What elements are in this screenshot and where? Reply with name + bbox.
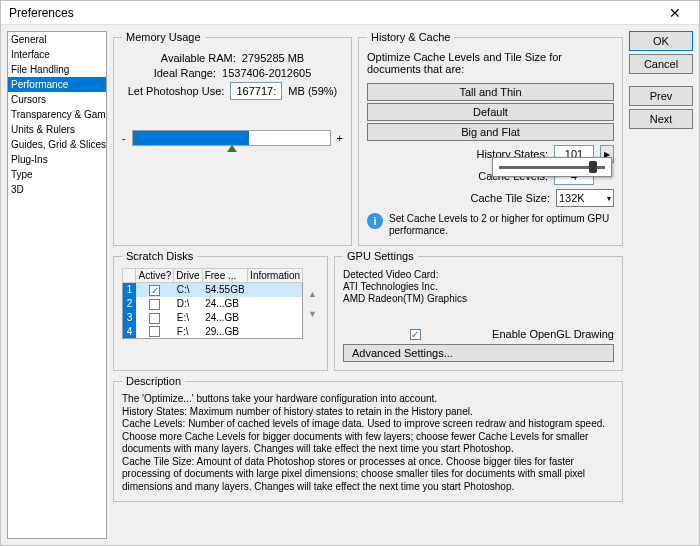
slider-thumb-icon[interactable] (227, 145, 237, 152)
available-ram-label: Available RAM: (161, 52, 236, 64)
sidebar: General Interface File Handling Performa… (7, 31, 107, 539)
history-intro: Optimize Cache Levels and Tile Size for … (367, 51, 614, 75)
available-ram-value: 2795285 MB (242, 52, 304, 64)
scratch-legend: Scratch Disks (122, 250, 197, 262)
enable-opengl-checkbox[interactable] (410, 329, 421, 340)
gpu-info-text: Set Cache Levels to 2 or higher for opti… (389, 213, 614, 237)
cancel-button[interactable]: Cancel (629, 54, 693, 74)
prev-button[interactable]: Prev (629, 86, 693, 106)
sidebar-item-performance[interactable]: Performance (8, 77, 106, 92)
slider-plus[interactable]: + (337, 132, 343, 144)
gpu-vendor: ATI Technologies Inc. (343, 281, 614, 292)
sidebar-item-units[interactable]: Units & Rulers (8, 122, 106, 137)
memory-usage-group: Memory Usage Available RAM: 2795285 MB I… (113, 31, 352, 246)
sidebar-item-guides[interactable]: Guides, Grid & Slices (8, 137, 106, 152)
cache-tile-value: 132K (559, 192, 585, 204)
sidebar-item-cursors[interactable]: Cursors (8, 92, 106, 107)
close-button[interactable]: ✕ (655, 2, 695, 24)
sidebar-item-type[interactable]: Type (8, 167, 106, 182)
history-legend: History & Cache (367, 31, 454, 43)
sidebar-item-plugins[interactable]: Plug-Ins (8, 152, 106, 167)
gpu-legend: GPU Settings (343, 250, 418, 262)
active-checkbox[interactable] (149, 326, 160, 337)
let-use-input[interactable] (230, 82, 282, 100)
table-row[interactable]: 1 C:\ 54.55GB (123, 283, 303, 297)
ok-button[interactable]: OK (629, 31, 693, 51)
col-active[interactable]: Active? (136, 269, 174, 283)
let-use-label: Let Photoshop Use: (128, 85, 225, 97)
memory-legend: Memory Usage (122, 31, 205, 43)
slider-minus[interactable]: - (122, 132, 126, 144)
default-button[interactable]: Default (367, 103, 614, 121)
table-row[interactable]: 3 E:\ 24...GB (123, 311, 303, 325)
gpu-settings-group: GPU Settings Detected Video Card: ATI Te… (334, 250, 623, 371)
popup-slider-thumb[interactable] (589, 161, 597, 173)
cache-tile-label: Cache Tile Size: (471, 192, 550, 204)
enable-opengl-label: Enable OpenGL Drawing (492, 328, 614, 340)
sidebar-item-transparency[interactable]: Transparency & Gamut (8, 107, 106, 122)
table-row[interactable]: 4 F:\ 29...GB (123, 325, 303, 339)
history-states-popup-slider[interactable] (492, 157, 612, 177)
description-legend: Description (122, 375, 185, 387)
move-up-icon[interactable]: ▲ (306, 289, 319, 299)
col-free[interactable]: Free ... (202, 269, 247, 283)
advanced-settings-button[interactable]: Advanced Settings... (343, 344, 614, 362)
preferences-window: Preferences ✕ General Interface File Han… (0, 0, 700, 546)
next-button[interactable]: Next (629, 109, 693, 129)
col-drive[interactable]: Drive (174, 269, 202, 283)
gpu-model: AMD Radeon(TM) Graphics (343, 293, 614, 304)
sidebar-item-3d[interactable]: 3D (8, 182, 106, 197)
active-checkbox[interactable] (149, 313, 160, 324)
window-title: Preferences (5, 6, 655, 20)
sidebar-item-general[interactable]: General (8, 32, 106, 47)
big-flat-button[interactable]: Big and Flat (367, 123, 614, 141)
move-down-icon[interactable]: ▼ (306, 309, 319, 319)
sidebar-item-file-handling[interactable]: File Handling (8, 62, 106, 77)
ideal-range-label: Ideal Range: (154, 67, 216, 79)
active-checkbox[interactable] (149, 299, 160, 310)
tall-thin-button[interactable]: Tall and Thin (367, 83, 614, 101)
table-row[interactable]: 2 D:\ 24...GB (123, 297, 303, 311)
close-icon: ✕ (669, 5, 681, 21)
scratch-disks-group: Scratch Disks Active? Drive Free ... Inf… (113, 250, 328, 371)
cache-tile-select[interactable]: 132K ▾ (556, 189, 614, 207)
let-use-suffix: MB (59%) (288, 85, 337, 97)
info-icon: i (367, 213, 383, 229)
ideal-range-value: 1537406-2012605 (222, 67, 311, 79)
active-checkbox[interactable] (149, 285, 160, 296)
history-cache-group: History & Cache Optimize Cache Levels an… (358, 31, 623, 246)
memory-slider[interactable] (132, 130, 331, 146)
description-text: The 'Optimize...' buttons take your hard… (122, 393, 614, 493)
titlebar: Preferences ✕ (1, 1, 699, 25)
scratch-table: Active? Drive Free ... Information 1 C:\… (122, 268, 303, 339)
sidebar-item-interface[interactable]: Interface (8, 47, 106, 62)
description-group: Description The 'Optimize...' buttons ta… (113, 375, 623, 502)
chevron-down-icon: ▾ (607, 194, 611, 203)
detected-card-label: Detected Video Card: (343, 269, 614, 280)
col-info[interactable]: Information (248, 269, 303, 283)
slider-fill (133, 131, 249, 145)
